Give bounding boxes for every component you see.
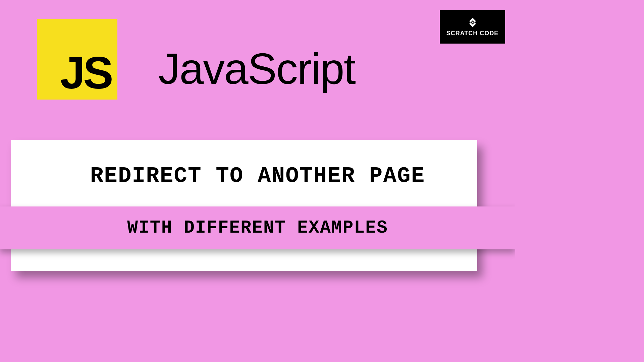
white-content-box	[11, 140, 477, 271]
javascript-title: JavaScript	[158, 44, 355, 94]
js-logo-text: JS	[60, 50, 111, 96]
svg-point-0	[472, 21, 473, 23]
scratch-code-icon	[467, 17, 478, 28]
scratch-code-text: SCRATCH CODE	[446, 30, 499, 37]
main-heading: REDIRECT TO ANOTHER PAGE	[0, 164, 515, 189]
js-logo: JS	[37, 19, 117, 100]
scratch-code-badge: SCRATCH CODE	[440, 10, 505, 44]
pink-strip: WITH DIFFERENT EXAMPLES	[0, 206, 515, 249]
sub-heading: WITH DIFFERENT EXAMPLES	[127, 218, 388, 238]
